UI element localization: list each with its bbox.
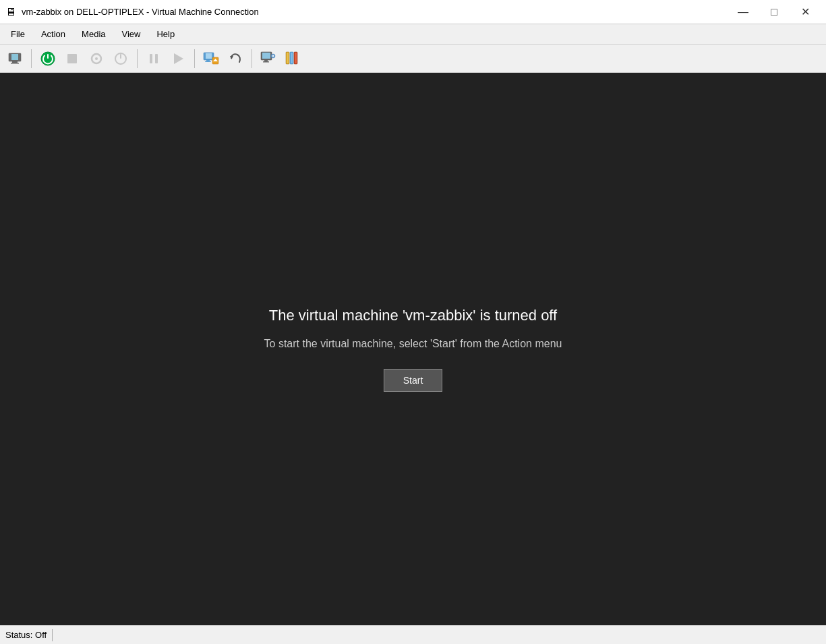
svg-rect-2 <box>12 61 18 63</box>
close-button[interactable]: ✕ <box>790 0 821 24</box>
svg-rect-30 <box>291 53 293 63</box>
title-bar-left: 🖥 vm-zabbix on DELL-OPTIPLEX - Virtual M… <box>5 6 259 18</box>
svg-rect-23 <box>264 60 268 61</box>
title-bar-controls: — □ ✕ <box>728 0 821 24</box>
tb-reset-button[interactable] <box>86 48 107 69</box>
shutdown-icon <box>113 51 128 66</box>
vm-sub-message: To start the virtual machine, select 'St… <box>264 338 562 350</box>
vm-start-button[interactable]: Start <box>384 369 443 392</box>
svg-rect-17 <box>205 61 211 62</box>
tb-undo-button[interactable] <box>225 48 246 69</box>
tb-tools-button[interactable] <box>282 48 303 69</box>
monitor-icon <box>260 51 276 67</box>
menu-bar: File Action Media View Help <box>0 24 826 45</box>
save-icon <box>7 51 22 66</box>
tb-snapshot-button[interactable] <box>200 48 222 69</box>
tb-monitor-button[interactable] <box>258 48 279 69</box>
svg-rect-11 <box>150 54 152 63</box>
pause-icon <box>146 51 161 66</box>
snapshot-icon <box>203 51 219 67</box>
reset-icon <box>89 51 104 66</box>
power-on-icon <box>40 51 56 67</box>
sep3 <box>194 49 195 68</box>
svg-rect-15 <box>206 53 212 59</box>
status-bar-divider <box>52 629 53 641</box>
title-bar-icon: 🖥 <box>5 6 16 18</box>
svg-point-8 <box>95 57 98 60</box>
maximize-button[interactable]: □ <box>759 0 790 24</box>
menu-view[interactable]: View <box>114 26 149 42</box>
vm-main-message: The virtual machine 'vm-zabbix' is turne… <box>269 307 557 324</box>
stop-icon <box>65 51 80 66</box>
resume-icon <box>171 51 185 66</box>
svg-rect-12 <box>155 54 158 63</box>
svg-rect-5 <box>47 54 49 59</box>
tb-shutdown-button[interactable] <box>110 48 131 69</box>
status-label: Status: Off <box>5 630 47 640</box>
sep2 <box>137 49 138 68</box>
svg-rect-24 <box>263 61 269 63</box>
svg-marker-20 <box>230 56 233 59</box>
svg-rect-6 <box>67 54 77 63</box>
menu-file[interactable]: File <box>3 26 33 42</box>
title-bar-text: vm-zabbix on DELL-OPTIPLEX - Virtual Mac… <box>22 7 259 17</box>
minimize-button[interactable]: — <box>728 0 759 24</box>
svg-rect-3 <box>11 63 19 64</box>
menu-action[interactable]: Action <box>33 26 73 42</box>
tb-power-on-button[interactable] <box>37 48 59 69</box>
sep1 <box>31 49 32 68</box>
svg-marker-13 <box>174 53 183 64</box>
tb-stop-button[interactable] <box>61 48 83 69</box>
vm-canvas: The virtual machine 'vm-zabbix' is turne… <box>0 73 826 625</box>
svg-rect-22 <box>262 53 270 59</box>
sep4 <box>252 49 252 68</box>
svg-rect-10 <box>120 54 121 59</box>
svg-rect-1 <box>11 54 18 60</box>
tb-resume-button[interactable] <box>167 48 189 69</box>
svg-point-26 <box>272 55 274 56</box>
svg-rect-32 <box>295 53 297 63</box>
title-bar: 🖥 vm-zabbix on DELL-OPTIPLEX - Virtual M… <box>0 0 826 24</box>
tb-save-button[interactable] <box>4 48 26 69</box>
svg-rect-28 <box>287 53 289 63</box>
menu-media[interactable]: Media <box>73 26 113 42</box>
undo-icon <box>228 51 243 66</box>
menu-help[interactable]: Help <box>148 26 183 42</box>
tb-pause-button[interactable] <box>143 48 165 69</box>
svg-rect-16 <box>206 60 210 61</box>
tools-icon <box>285 51 301 67</box>
toolbar <box>0 45 826 73</box>
status-bar: Status: Off <box>0 625 826 644</box>
